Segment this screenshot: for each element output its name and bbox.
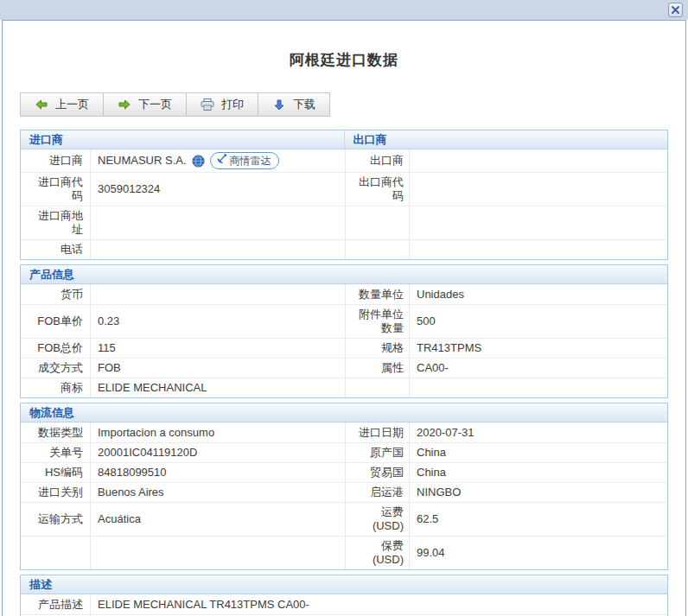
field-value: ELIDE MECHANICAL TR413TPMS CA00- — [90, 594, 667, 614]
table-row: 电话 — [21, 239, 667, 259]
toolbar-button-label: 下一页 — [138, 97, 172, 112]
sections-container: 进口商出口商进口商NEUMASUR S.A.商情雷达出口商进口商代码305901… — [3, 130, 685, 616]
field-label: 进口关别 — [21, 483, 90, 502]
table-row: FOB单价0.23附件单位数量500 — [21, 304, 667, 338]
field-value: 3059012324 — [90, 173, 345, 206]
field-value: TR413TPMS — [409, 339, 667, 358]
field-value: 2020-07-31 — [409, 422, 667, 442]
radar-badge-link[interactable]: 商情雷达 — [210, 152, 279, 169]
globe-icon[interactable] — [192, 155, 205, 168]
section-header-product-info: 产品信息 — [21, 265, 667, 284]
field-value: China — [409, 443, 667, 462]
section-title: 出口商 — [344, 130, 668, 149]
field-value: Buenos Aires — [90, 483, 345, 502]
section-logistics-info: 物流信息数据类型Importacion a consumo进口日期2020-07… — [20, 403, 668, 570]
field-label: FOB单价 — [21, 312, 90, 331]
table-row: 保费(USD)99.04 — [21, 536, 667, 569]
field-label: 规格 — [345, 339, 409, 358]
arrow-right-icon — [118, 99, 131, 110]
section-header-importer-exporter: 进口商出口商 — [21, 130, 667, 149]
field-value: 500 — [409, 305, 667, 338]
field-value: CA00- — [409, 359, 667, 378]
field-value: Unidades — [409, 284, 667, 304]
field-value: FOB — [90, 359, 345, 378]
field-label: 商标 — [21, 378, 90, 397]
field-label — [345, 240, 409, 259]
field-value — [409, 206, 667, 239]
table-row: 成交方式FOB属性CA00- — [21, 358, 667, 378]
field-label: 进口商 — [21, 151, 90, 170]
field-value: NEUMASUR S.A.商情雷达 — [90, 149, 345, 172]
field-value: NINGBO — [409, 483, 667, 502]
field-label: 附件单位数量 — [345, 305, 409, 338]
radar-badge-label: 商情雷达 — [230, 154, 271, 168]
field-label — [345, 378, 409, 397]
toolbar-button-download[interactable]: 下载 — [258, 92, 330, 117]
field-label: 保费(USD) — [345, 537, 409, 569]
field-label — [21, 550, 90, 556]
table-row: 运输方式Acuática运费(USD)62.5 — [21, 502, 667, 536]
field-value: China — [409, 463, 667, 482]
section-title: 进口商 — [21, 130, 344, 149]
field-value: 62.5 — [409, 503, 667, 536]
field-value — [409, 240, 667, 259]
dialog-panel: 阿根廷进口数据 上一页下一页打印下载 进口商出口商进口商NEUMASUR S.A… — [2, 20, 686, 616]
toolbar-button-print[interactable]: 打印 — [186, 92, 258, 117]
field-value — [90, 284, 345, 304]
toolbar-button-prev-page[interactable]: 上一页 — [20, 92, 104, 117]
toolbar-button-label: 上一页 — [55, 97, 89, 112]
section-header-logistics-info: 物流信息 — [21, 403, 667, 422]
field-label: 产品描述 — [21, 595, 90, 614]
field-value — [90, 537, 345, 569]
field-value: 84818099510 — [90, 463, 345, 482]
field-label: 关单号 — [21, 443, 90, 462]
section-title: 描述 — [21, 575, 667, 594]
field-label: 成交方式 — [21, 359, 90, 378]
close-icon[interactable] — [668, 3, 683, 17]
field-label: 进口日期 — [345, 422, 409, 442]
field-label: 数据类型 — [21, 423, 90, 442]
field-value — [90, 206, 345, 239]
field-label: 出口商代码 — [345, 173, 409, 206]
field-label: 数量单位 — [345, 284, 409, 304]
field-value: 0.23 — [90, 305, 345, 338]
field-label: HS编码 — [21, 463, 90, 482]
field-value: Acuática — [90, 503, 345, 536]
toolbar-button-next-page[interactable]: 下一页 — [103, 92, 187, 117]
table-row: 进口商代码3059012324出口商代码 — [21, 172, 667, 206]
table-row: 进口商NEUMASUR S.A.商情雷达出口商 — [21, 149, 667, 172]
page-title: 阿根廷进口数据 — [3, 21, 685, 70]
field-value: 99.04 — [409, 537, 667, 569]
section-importer-exporter: 进口商出口商进口商NEUMASUR S.A.商情雷达出口商进口商代码305901… — [20, 130, 668, 260]
field-value: 115 — [90, 339, 345, 358]
section-description: 描述产品描述ELIDE MECHANICAL TR413TPMS CA00-HS… — [20, 575, 668, 616]
section-title: 物流信息 — [21, 403, 667, 422]
field-label: 启运港 — [345, 483, 409, 502]
field-value — [409, 149, 667, 172]
field-label: 电话 — [21, 240, 90, 259]
table-row: 产品描述ELIDE MECHANICAL TR413TPMS CA00- — [21, 594, 667, 614]
field-label: 原产国 — [345, 443, 409, 462]
field-label: 货币 — [21, 285, 90, 304]
toolbar: 上一页下一页打印下载 — [20, 92, 685, 117]
window-titlebar — [0, 0, 688, 20]
field-label: FOB总价 — [21, 339, 90, 358]
field-value: ELIDE MECHANICAL — [90, 378, 345, 397]
field-value — [409, 378, 667, 397]
field-value — [90, 240, 345, 259]
arrow-down-icon — [272, 99, 286, 111]
field-label: 进口商地址 — [21, 206, 90, 239]
section-title: 产品信息 — [21, 265, 667, 283]
field-label — [345, 206, 409, 239]
table-row: 关单号20001IC04119120D原产国China — [21, 442, 667, 462]
field-label: 进口商代码 — [21, 173, 90, 206]
field-label: 属性 — [345, 359, 409, 378]
toolbar-button-label: 打印 — [221, 97, 244, 112]
section-product-info: 产品信息货币数量单位UnidadesFOB单价0.23附件单位数量500FOB总… — [20, 264, 668, 398]
radar-icon — [216, 154, 227, 168]
field-value: Importacion a consumo — [90, 422, 345, 442]
table-row: 进口关别Buenos Aires启运港NINGBO — [21, 482, 667, 502]
table-row: 货币数量单位Unidades — [21, 284, 667, 304]
section-header-description: 描述 — [21, 575, 667, 594]
field-label: 贸易国 — [345, 463, 409, 482]
